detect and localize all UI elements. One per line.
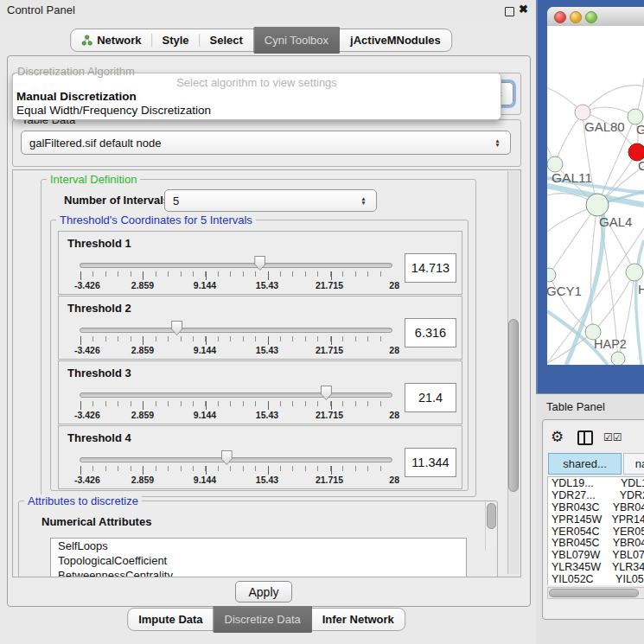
popup-option-manual[interactable]: Manual Discretization (16, 90, 137, 103)
slider-track[interactable] (80, 328, 392, 333)
settings-scroll-panel: Interval Definition Number of Intervals … (12, 169, 521, 577)
attribute-item[interactable]: TopologicalCoefficient (51, 553, 466, 568)
spinner-icon (359, 196, 368, 206)
network-node[interactable] (547, 268, 556, 282)
network-node[interactable] (575, 105, 590, 120)
tab-label: Cyni Toolbox (265, 34, 328, 47)
numerical-attributes-list[interactable]: SelfLoopsTopologicalCoefficientBetweenne… (50, 538, 467, 577)
attribute-item[interactable]: BetweennessCentrality (51, 568, 466, 577)
threshold-label: Threshold 1 (67, 237, 131, 250)
network-canvas[interactable]: GAL80GALCGAL11GAL4GCY1HHAP2 (547, 26, 644, 365)
network-node-label: GAL80 (584, 119, 625, 134)
tick-label: 28 (389, 280, 399, 290)
discretization-algorithm-label: Discretization Algorithm (17, 65, 135, 78)
network-edge (590, 205, 597, 332)
table-row[interactable]: YBR043CYBR043C (548, 501, 644, 513)
tick-label: 28 (389, 475, 399, 485)
tab-jactivemnodules[interactable]: jActiveMNodules (340, 29, 451, 51)
slider-major-ticks (80, 336, 393, 345)
table-row[interactable]: YER054CYER054C (548, 526, 644, 538)
split-columns-icon[interactable] (577, 430, 593, 445)
popup-hint: Select algorithm to view settings (13, 76, 501, 89)
minimize-window-icon[interactable] (570, 11, 582, 23)
tab-impute-data[interactable]: Impute Data (128, 609, 213, 630)
table-data-combobox[interactable]: galFiltered.sif default node (21, 131, 511, 155)
slider-track[interactable] (80, 263, 392, 268)
scrollbar-thumb[interactable] (549, 589, 639, 597)
scrollbar-thumb[interactable] (487, 503, 496, 529)
table-horizontal-scrollbar[interactable] (547, 587, 644, 599)
tick-label: 9.144 (194, 280, 216, 290)
slider-thumb[interactable] (321, 386, 332, 400)
threshold-value-field[interactable]: 21.4 (405, 383, 456, 412)
tab-label: Network (97, 34, 141, 47)
network-node[interactable] (626, 264, 643, 281)
tab-infer-network[interactable]: Infer Network (312, 609, 405, 630)
table-row[interactable]: YBR045CYBR045C (548, 537, 644, 549)
num-intervals-combobox[interactable]: 5 (164, 189, 377, 212)
thresholds-group: Threshold's Coordinates for 5 Intervals … (50, 220, 469, 491)
numerical-attributes-label: Numerical Attributes (41, 515, 151, 528)
attributes-group: Attributes to discretize Numerical Attri… (18, 501, 498, 577)
tick-label: 9.144 (194, 475, 216, 485)
tick-label: 28 (389, 345, 399, 355)
attributes-scrollbar[interactable] (485, 502, 496, 551)
select-columns-icon[interactable]: ☑☑ (603, 431, 622, 443)
network-node-label: H (638, 282, 644, 296)
network-canvas-svg[interactable]: GAL80GALCGAL11GAL4GCY1HHAP2 (547, 26, 644, 365)
network-edge (636, 240, 644, 365)
network-node[interactable] (586, 194, 609, 216)
tab-style[interactable]: Style (151, 29, 199, 51)
tab-label: Impute Data (138, 613, 202, 626)
popup-option-equal-width[interactable]: Equal Width/Frequency Discretization (16, 104, 211, 117)
threshold-row: Threshold 1 -3.426 2.859 9.144 15.43 21.… (58, 231, 462, 295)
slider-thumb[interactable] (221, 450, 233, 465)
zoom-window-icon[interactable] (585, 11, 597, 23)
tick-label: 2.859 (131, 345, 154, 355)
panel-title: Control Panel (7, 3, 75, 16)
table-row[interactable]: YPR145WYPR145W (548, 513, 644, 526)
table-row[interactable]: YDL19...YDL19 (548, 477, 644, 489)
network-node[interactable] (611, 352, 625, 365)
column-header-shared[interactable]: shared... (548, 453, 622, 475)
tick-label: 9.144 (194, 410, 216, 420)
spinner-icon (493, 138, 502, 148)
slider-track[interactable] (80, 457, 392, 462)
threshold-label: Threshold 3 (67, 367, 131, 379)
threshold-value-field[interactable]: 11.344 (405, 448, 456, 477)
tab-cyni-toolbox[interactable]: Cyni Toolbox (253, 27, 340, 54)
network-node-label: HAP2 (594, 337, 627, 351)
settings-scrollbar-thumb[interactable] (508, 319, 519, 492)
slider-thumb[interactable] (254, 256, 265, 271)
threshold-value-field[interactable]: 6.316 (405, 318, 456, 348)
thresholds-group-label: Threshold's Coordinates for 5 Intervals (56, 214, 256, 226)
table-row[interactable]: YBL079WYBL079W (548, 549, 644, 561)
tick-label: 21.715 (316, 280, 343, 290)
tick-label: 21.715 (316, 410, 343, 420)
table-row[interactable]: YDR27...YDR27 (548, 489, 644, 501)
close-icon[interactable]: ✖ (519, 3, 528, 16)
top-tab-bar: Network Style Select Cyni Toolbox jActiv… (70, 29, 452, 52)
tab-network[interactable]: Network (71, 29, 151, 51)
network-edge (555, 112, 583, 164)
tab-discretize-data[interactable]: Discretize Data (214, 606, 312, 633)
tick-label: -3.426 (74, 410, 100, 420)
threshold-row: Threshold 3 -3.426 2.859 9.144 15.43 21.… (58, 360, 462, 424)
column-header-name[interactable]: name (623, 453, 644, 475)
table-row[interactable]: YIL052CYIL052C (548, 573, 644, 585)
control-panel-titlebar: Control Panel ✖ (0, 0, 536, 21)
close-window-icon[interactable] (554, 11, 566, 23)
table-row[interactable]: YLR345WYLR345W (548, 561, 644, 573)
gear-icon[interactable]: ⚙ (551, 428, 564, 446)
attribute-item[interactable]: SelfLoops (51, 539, 466, 553)
algorithm-dropdown-popup: Select algorithm to view settings Manual… (12, 73, 501, 120)
float-window-icon[interactable] (505, 7, 514, 16)
tab-select[interactable]: Select (200, 29, 253, 51)
apply-button[interactable]: Apply (235, 581, 292, 603)
tick-label: 15.43 (256, 345, 278, 355)
network-window-titlebar[interactable] (547, 7, 644, 27)
slider-track[interactable] (80, 392, 392, 398)
network-node-label: GAL (636, 122, 644, 137)
threshold-value-field[interactable]: 14.713 (405, 253, 456, 283)
slider-thumb[interactable] (171, 321, 182, 335)
